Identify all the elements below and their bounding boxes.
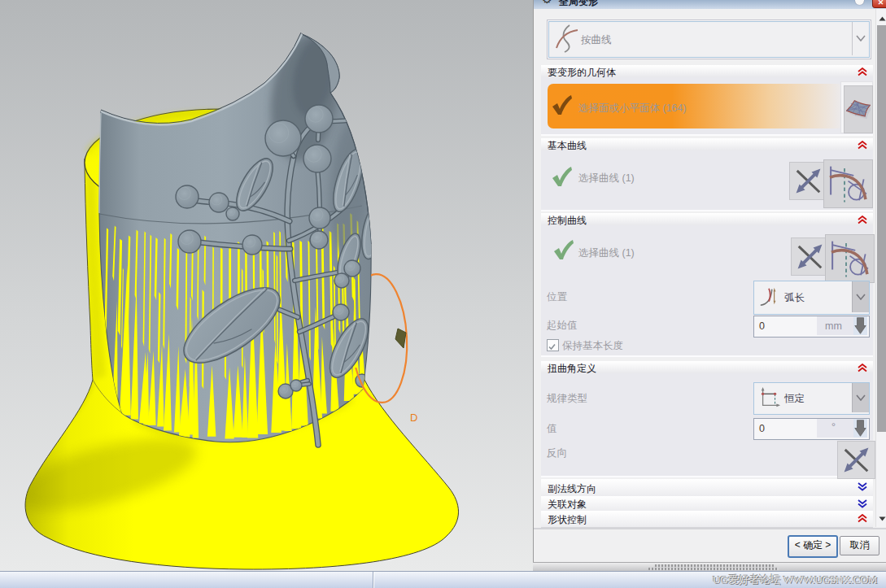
svg-text:D: D <box>410 412 417 424</box>
